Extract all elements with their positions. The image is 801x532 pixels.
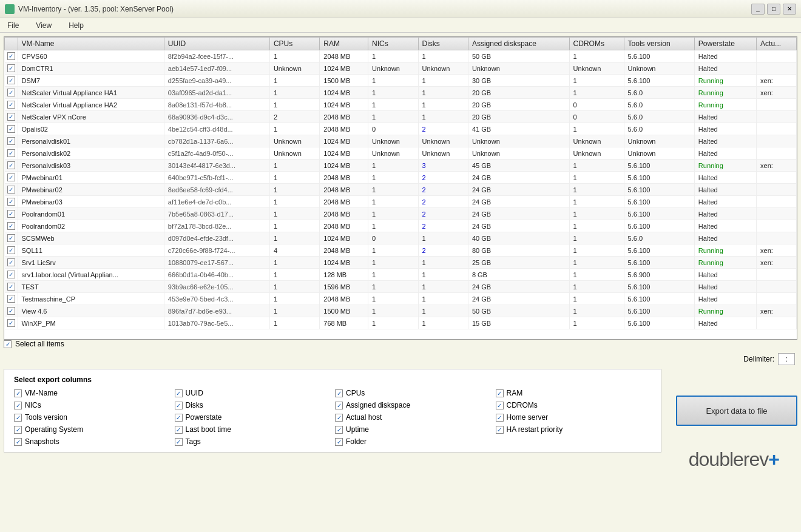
cell-powerstate: Running [694,305,756,317]
row-checkbox[interactable] [7,76,15,84]
row-checkbox[interactable] [7,161,15,169]
close-button[interactable]: ✕ [783,4,796,15]
maximize-button[interactable]: □ [767,4,780,15]
cell-actual [757,196,797,208]
row-checkbox-cell [5,172,18,184]
col-checkbox-assigned_diskspace[interactable] [335,402,343,409]
export-button[interactable]: Export data to file [676,396,797,426]
col-checkbox-uptime[interactable] [335,426,343,434]
cell-ram: 768 MB [320,317,368,329]
cell-cpus: Unknown [269,147,319,160]
row-checkbox[interactable] [7,283,15,291]
cell-diskspace: 20 GB [468,99,569,111]
row-checkbox[interactable] [7,307,15,315]
cell-uuid: aeb14e57-1ed7-f09... [164,62,269,75]
row-checkbox[interactable] [7,246,15,254]
col-checkbox-tools_version[interactable] [14,414,22,422]
row-checkbox-cell [5,111,18,123]
menu-help[interactable]: Help [65,20,87,31]
row-checkbox-cell [5,281,18,293]
col-checkbox-folder[interactable] [335,438,343,446]
cell-vm-name: NetScaler Virtual Appliance HA2 [18,99,164,111]
col-option-uptime: Uptime [335,425,491,434]
col-checkbox-vm_name[interactable] [14,389,22,397]
col-checkbox-disks[interactable] [175,402,183,409]
cell-disks: 1 [418,75,468,87]
cell-disks: 2 [418,220,468,232]
col-checkbox-cpus[interactable] [335,389,343,397]
row-checkbox[interactable] [7,222,15,230]
col-header-cdroms[interactable]: CDROMs [569,38,624,50]
table-row: NetScaler Virtual Appliance HA2 8a08e131… [5,99,797,111]
row-checkbox[interactable] [7,295,15,303]
row-checkbox[interactable] [7,198,15,206]
cell-diskspace: 8 GB [468,269,569,281]
col-header-ram[interactable]: RAM [320,38,368,50]
col-checkbox-powerstate[interactable] [175,414,183,422]
cell-actual [757,269,797,281]
col-checkbox-nics[interactable] [14,402,22,409]
col-header-tools[interactable]: Tools version [624,38,694,50]
col-checkbox-home_server[interactable] [496,414,504,422]
row-checkbox[interactable] [7,319,15,327]
row-checkbox[interactable] [7,52,15,60]
col-header-disks[interactable]: Disks [418,38,468,50]
col-header-diskspace[interactable]: Assigned diskspace [468,38,569,50]
table-row: Opalis02 4be12c54-cff3-d48d... 1 2048 MB… [5,123,797,135]
select-all-checkbox[interactable] [4,340,12,348]
row-checkbox[interactable] [7,125,15,133]
menu-view[interactable]: View [32,20,55,31]
col-checkbox-operating_system[interactable] [14,426,22,434]
col-checkbox-tags[interactable] [175,438,183,446]
col-label-cpus: CPUs [346,389,365,397]
col-checkbox-cdroms[interactable] [496,402,504,409]
menu-file[interactable]: File [4,20,22,31]
col-label-folder: Folder [346,437,367,446]
col-checkbox-ram[interactable] [496,389,504,397]
cell-ram: 2048 MB [320,244,368,257]
col-header-cpus[interactable]: CPUs [269,38,319,50]
cell-tools: 5.6.0 [624,123,694,135]
row-checkbox[interactable] [7,113,15,121]
row-checkbox-cell [5,244,18,257]
cell-cdroms: 1 [569,244,624,257]
row-checkbox[interactable] [7,64,15,72]
col-label-uuid: UUID [186,389,203,397]
col-checkbox-ha_restart_priority[interactable] [496,426,504,434]
row-checkbox[interactable] [7,173,15,181]
cell-powerstate: Running [694,244,756,257]
cell-powerstate: Halted [694,172,756,184]
row-checkbox-cell [5,196,18,208]
row-checkbox[interactable] [7,149,15,157]
cell-disks: 2 [418,196,468,208]
delimiter-input[interactable] [778,353,795,365]
delimiter-label: Delimiter: [743,355,774,363]
col-header-uuid[interactable]: UUID [164,38,269,50]
cell-nics: 0 [368,123,418,135]
col-label-tags: Tags [186,437,201,446]
row-checkbox[interactable] [7,101,15,109]
col-header-actual[interactable]: Actu... [757,38,797,50]
cell-uuid: 640be971-c5fb-fcf1-... [164,172,269,184]
col-label-home_server: Home server [507,413,549,422]
row-checkbox[interactable] [7,234,15,242]
col-header-nics[interactable]: NICs [368,38,418,50]
row-checkbox[interactable] [7,210,15,218]
col-checkbox-snapshots[interactable] [14,438,22,446]
cell-vm-name: PMwebinar02 [18,184,164,196]
row-checkbox[interactable] [7,271,15,278]
row-checkbox[interactable] [7,137,15,145]
col-checkbox-last_boot_time[interactable] [175,426,183,434]
col-header-vm-name[interactable]: VM-Name [18,38,164,50]
col-header-powerstate[interactable]: Powerstate [694,38,756,50]
col-checkbox-actual_host[interactable] [335,414,343,422]
col-checkbox-uuid[interactable] [175,389,183,397]
cell-diskspace: 24 GB [468,293,569,305]
minimize-button[interactable]: _ [751,4,765,15]
table-scroll-area[interactable]: VM-Name UUID CPUs RAM NICs Disks Assigne… [4,37,797,339]
row-checkbox-cell [5,160,18,172]
row-checkbox[interactable] [7,89,15,96]
col-option-uuid: UUID [175,389,331,397]
row-checkbox[interactable] [7,258,15,266]
row-checkbox[interactable] [7,186,15,194]
